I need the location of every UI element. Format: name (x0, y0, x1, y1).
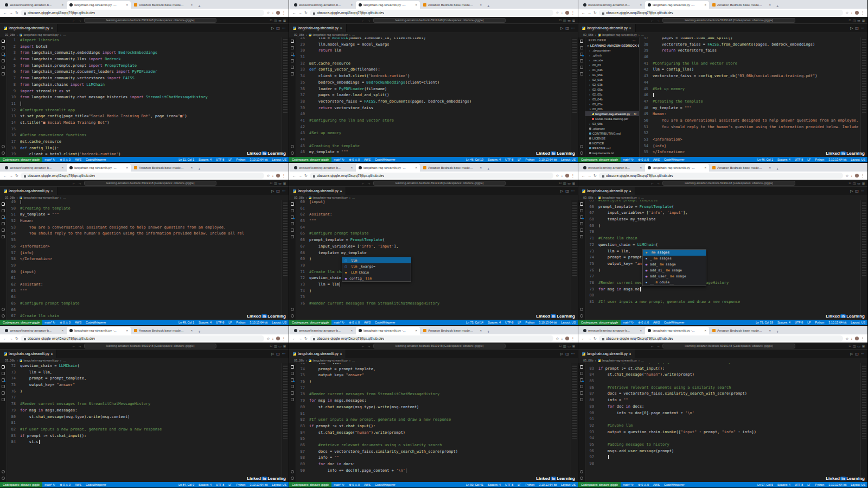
status-item[interactable]: 3.10.13 64-bit (826, 483, 848, 486)
editor-tab[interactable]: langchain-rag-streamlit.py× (0, 24, 58, 32)
url-bar[interactable]: obscure-giggle-wrq45xqrg79jfgx.github.de… (310, 173, 554, 179)
tab-close-icon[interactable]: × (61, 329, 63, 332)
source-control-icon[interactable] (291, 378, 294, 382)
browser-tab[interactable]: Amazon Bedrock base mode...× (420, 327, 484, 334)
breadcrumb-folder[interactable]: 03_06b (583, 33, 593, 36)
code-line[interactable]: 71#Create llm chain (296, 269, 571, 276)
code-line[interactable]: 40 (640, 54, 860, 61)
explorer-file-item[interactable]: NOTICE (585, 141, 639, 145)
minimap[interactable] (282, 37, 289, 157)
bookmark-star-icon[interactable]: ☆ (266, 174, 270, 178)
browser-tab[interactable]: langchain-rag-streamlit.py -...× (356, 327, 420, 334)
layout-icon[interactable]: ▭ (857, 344, 860, 348)
code-line[interactable]: 17@st.cache_resource (7, 139, 282, 145)
tab-close-icon[interactable]: × (415, 329, 417, 332)
status-item[interactable]: UTF-8 (503, 483, 515, 486)
breadcrumb-file[interactable]: langchain-rag-streamlit.py (313, 33, 348, 36)
code-editor[interactable]: 72question_chain = LLMChain(73 llm = llm… (7, 363, 289, 482)
code-line[interactable]: 45#Creating the template (296, 143, 571, 150)
code-line[interactable]: 76) (296, 379, 571, 385)
cursor-position[interactable]: Ln 84, Col 9 (176, 483, 196, 486)
code-line[interactable]: 8from langchain.chains import LLMChain (7, 82, 282, 88)
status-item[interactable]: CodeWhisperer (373, 321, 397, 324)
editor-action-icon[interactable]: ⋯ (282, 352, 286, 356)
breadcrumb[interactable]: 03_06b›langchain-rag-streamlit.py›… (289, 32, 578, 37)
code-line[interactable]: 95 #adding messages to history (585, 442, 860, 448)
editor-action-icon[interactable]: ▷ (271, 352, 274, 356)
search-icon[interactable] (580, 372, 583, 375)
forward-icon[interactable]: → (9, 11, 13, 15)
status-item[interactable]: UTF-8 (214, 158, 226, 161)
code-editor[interactable]: 82#If user inputs a new prompt, generate… (585, 363, 867, 482)
code-line[interactable]: 43#Set up memory (296, 130, 571, 137)
browser-tab[interactable]: langchain-rag-streamlit.py -...× (67, 1, 131, 9)
url-bar[interactable]: obscure-giggle-wrq45xqrg79jfgx.github.de… (599, 173, 844, 179)
code-editor[interactable]: 4950#Creating the template51my_template … (7, 200, 289, 320)
code-line[interactable]: 89 for doc in docs: (296, 461, 571, 468)
status-item[interactable]: Layout: US (559, 158, 578, 161)
code-line[interactable]: 16#Define convenience functions (7, 132, 282, 139)
cursor-position[interactable]: Ln 97, Col 5 (755, 483, 775, 486)
explorer-folder-item[interactable]: ›.vscode (585, 58, 639, 62)
status-item[interactable]: ⊗ 0 ⚠ 0 (58, 321, 73, 324)
code-line[interactable]: 78#Render current messages from Streamli… (7, 401, 282, 408)
status-item[interactable]: Python (813, 158, 827, 161)
tab-close-icon[interactable]: × (704, 3, 706, 7)
code-line[interactable]: 92 #invoke llm (585, 423, 860, 429)
code-line[interactable]: 51 You should reply to the human's quest… (640, 124, 860, 131)
code-line[interactable]: 80 st.chat_message(msg.type).write(msg.c… (7, 414, 282, 421)
breadcrumb-symbol[interactable]: … (641, 196, 644, 199)
layout-icon[interactable]: ⊞ (862, 181, 865, 185)
status-item[interactable]: AWS (73, 158, 84, 161)
code-line[interactable]: 72question_chain = LLMChain( (7, 363, 282, 370)
status-item[interactable]: Spaces: 4 (775, 321, 793, 324)
explorer-icon[interactable] (580, 365, 583, 369)
source-control-icon[interactable] (2, 216, 5, 219)
reload-icon[interactable]: ↻ (593, 174, 597, 178)
status-item[interactable]: 3.10.13 64-bit (247, 158, 270, 161)
remote-indicator[interactable]: Codespaces: obscure-giggle (289, 482, 331, 487)
extensions-icon[interactable] (2, 66, 5, 69)
status-item[interactable]: AWS (362, 158, 373, 161)
code-line[interactable]: 12#Configure streamlit app (7, 107, 282, 114)
status-item[interactable]: 3.10.13 64-bit (826, 158, 848, 161)
tab-close-icon[interactable]: × (51, 26, 53, 30)
code-line[interactable]: 32@st.cache_resource (296, 61, 571, 67)
command-center[interactable]: learning-amazon-bedrock-5919148 [Codespa… (84, 344, 217, 348)
download-icon[interactable]: ↓ (851, 11, 852, 15)
code-line[interactable]: 67#Create llm chain (7, 313, 282, 320)
minimap[interactable] (282, 200, 289, 320)
explorer-folder-item[interactable]: ›.github (585, 53, 639, 58)
layout-icon[interactable]: ◫ (563, 344, 566, 348)
code-line[interactable]: 73 llm = llm, (7, 370, 282, 376)
history-forward-icon[interactable]: → (78, 18, 82, 22)
code-line[interactable]: 1#Import libraries (7, 37, 282, 44)
remote-icon[interactable] (580, 72, 583, 75)
editor-action-icon[interactable]: ▷ (271, 189, 274, 193)
bookmark-star-icon[interactable]: ☆ (266, 337, 270, 341)
code-line[interactable]: 81 (296, 411, 571, 417)
settings-icon[interactable] (291, 151, 294, 155)
layout-icon[interactable]: ◫ (853, 181, 856, 185)
browser-menu-icon[interactable]: ⋮ (861, 337, 865, 341)
code-line[interactable]: 38 vectorstore_faiss = FAISS.from_docume… (640, 42, 860, 48)
run-debug-icon[interactable] (580, 385, 583, 388)
status-item[interactable]: CodeWhisperer (373, 158, 397, 161)
status-item[interactable]: Spaces: 4 (775, 483, 793, 486)
code-line[interactable]: 31 (296, 54, 571, 61)
tab-close-icon[interactable]: × (350, 329, 353, 332)
history-forward-icon[interactable]: → (367, 18, 371, 22)
tab-close-icon[interactable]: × (190, 3, 193, 7)
code-line[interactable]: 34 client = boto3.client('bedrock-runtim… (296, 73, 571, 80)
extensions-icon[interactable] (580, 229, 583, 232)
browser-menu-icon[interactable]: ⋮ (571, 174, 575, 178)
profile-avatar[interactable] (276, 174, 280, 178)
code-line[interactable]: 75 output_key= "answer" (296, 372, 571, 379)
cursor-position[interactable]: Ln 90, Col 41 (464, 483, 486, 486)
code-line[interactable]: 78#Render current messages from Streamli… (296, 391, 571, 398)
status-item[interactable]: Python (524, 158, 537, 161)
account-icon[interactable] (580, 145, 583, 148)
layout-icon[interactable]: □ (270, 18, 272, 22)
status-item[interactable]: ⊗ 0 ⚠ 0 (636, 483, 651, 486)
code-line[interactable]: 38 vectorstore_faiss = FAISS.from_docume… (296, 99, 571, 105)
